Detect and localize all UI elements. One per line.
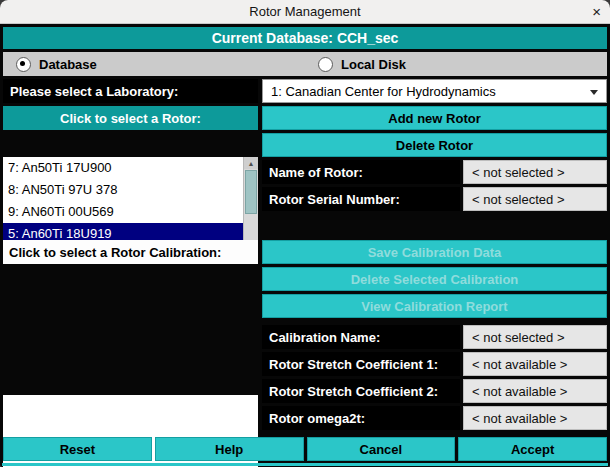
rotor-list-item[interactable]: 7: An50Ti 17U900 [3, 157, 244, 179]
calibration-list-header: Click to select a Rotor Calibration: [3, 240, 258, 264]
laboratory-select[interactable]: 1: Canadian Center for Hydrodynamics [262, 79, 607, 103]
cancel-button[interactable]: Cancel [307, 437, 456, 461]
rotor-list-item[interactable]: 8: AN50Ti 97U 378 [3, 179, 244, 201]
rotor-serial-label: Rotor Serial Number: [262, 187, 460, 211]
stretch-coefficient-1-value: < not available > [463, 352, 607, 376]
current-database-banner: Current Database: CCH_sec [3, 27, 607, 49]
rotor-list-item[interactable]: 9: AN60Ti 00U569 [3, 201, 244, 223]
add-rotor-button[interactable]: Add new Rotor [262, 106, 607, 130]
rotor-serial-value: < not selected > [463, 187, 607, 211]
delete-selected-calibration-button[interactable]: Delete Selected Calibration [262, 267, 607, 291]
radio-database[interactable]: Database [3, 57, 305, 72]
title-bar: Rotor Management × [0, 0, 610, 24]
radio-unselected-icon [318, 57, 333, 72]
help-button[interactable]: Help [155, 437, 304, 461]
source-toggle-row: Database Local Disk [3, 52, 607, 76]
calibration-name-value: < not selected > [463, 325, 607, 349]
close-icon[interactable]: × [592, 0, 601, 24]
delete-rotor-button[interactable]: Delete Rotor [262, 133, 607, 157]
radio-selected-icon [16, 57, 31, 72]
scrollbar-up-icon[interactable]: ▲ [244, 157, 258, 169]
stretch-coefficient-2-label: Rotor Stretch Coefficient 2: [262, 379, 460, 403]
scrollbar-thumb[interactable] [245, 170, 257, 214]
footer-buttons: Reset Help Cancel Accept [3, 437, 607, 461]
rotor-name-label: Name of Rotor: [262, 160, 460, 184]
rotor-omega2t-label: Rotor omega2t: [262, 406, 460, 430]
rotor-list-header: Click to select a Rotor: [3, 106, 258, 130]
accept-button[interactable]: Accept [458, 437, 607, 461]
calibration-name-label: Calibration Name: [262, 325, 460, 349]
stretch-coefficient-2-value: < not available > [463, 379, 607, 403]
chevron-down-icon [590, 90, 598, 95]
reset-button[interactable]: Reset [3, 437, 152, 461]
rotor-omega2t-value: < not available > [463, 406, 607, 430]
rotor-management-window: Rotor Management × Current Database: CCH… [0, 0, 610, 467]
window-title: Rotor Management [249, 4, 360, 19]
radio-database-label: Database [39, 57, 97, 72]
save-calibration-button[interactable]: Save Calibration Data [262, 240, 607, 264]
window-bottom-border [2, 463, 608, 466]
rotor-name-value: < not selected > [463, 160, 607, 184]
view-calibration-report-button[interactable]: View Calibration Report [262, 294, 607, 318]
radio-local-disk[interactable]: Local Disk [305, 57, 607, 72]
stretch-coefficient-1-label: Rotor Stretch Coefficient 1: [262, 352, 460, 376]
laboratory-label: Please select a Laboratory: [3, 79, 258, 103]
laboratory-selected-value: 1: Canadian Center for Hydrodynamics [271, 84, 496, 99]
radio-local-disk-label: Local Disk [341, 57, 406, 72]
